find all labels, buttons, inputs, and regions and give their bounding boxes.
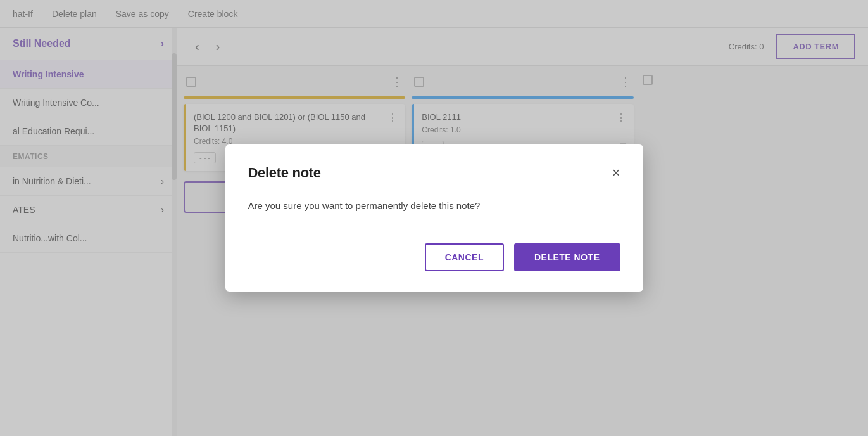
- modal-footer: CANCEL DELETE NOTE: [248, 243, 620, 271]
- delete-note-button[interactable]: DELETE NOTE: [514, 243, 620, 271]
- delete-note-modal: Delete note × Are you sure you want to p…: [225, 144, 643, 292]
- cancel-button[interactable]: CANCEL: [425, 243, 504, 271]
- modal-title: Delete note: [248, 165, 321, 181]
- modal-body-text: Are you sure you want to permanently del…: [248, 199, 620, 214]
- modal-close-button[interactable]: ×: [612, 166, 620, 180]
- modal-overlay[interactable]: Delete note × Are you sure you want to p…: [0, 0, 868, 436]
- modal-header: Delete note ×: [248, 165, 620, 181]
